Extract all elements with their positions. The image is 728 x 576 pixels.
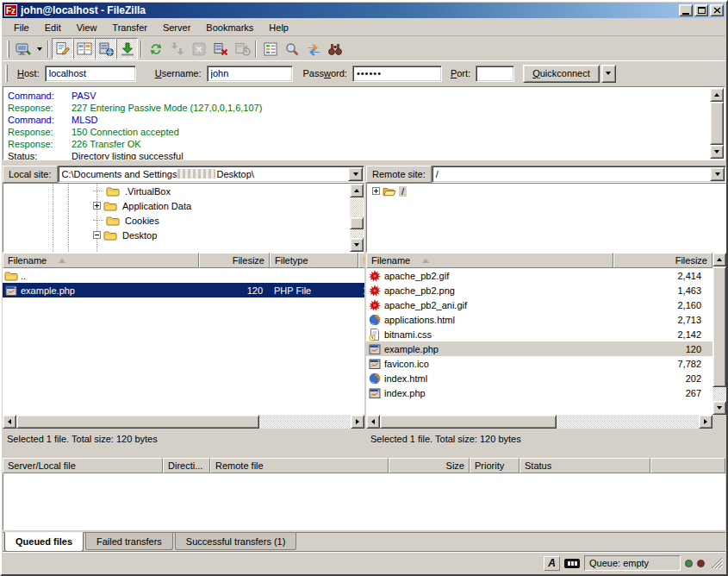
menu-file[interactable]: File [6, 20, 37, 35]
tab-successful-transfers[interactable]: Successful transfers (1) [175, 533, 297, 550]
column-header-last-modified[interactable]: L [358, 253, 364, 268]
scrollbar-thumb[interactable] [350, 217, 364, 229]
transfer-type-indicator-icon[interactable]: A [544, 556, 560, 571]
menu-server[interactable]: Server [155, 20, 198, 35]
minimize-button[interactable] [679, 4, 693, 16]
tree-item-root[interactable]: / [367, 184, 725, 198]
column-header-filetype[interactable]: Filetype [270, 253, 358, 268]
quickconnect-dropdown-button[interactable] [601, 65, 616, 83]
find-files-button[interactable] [324, 38, 345, 59]
scroll-down-button[interactable] [710, 145, 724, 159]
site-manager-dropdown-button[interactable] [34, 38, 45, 59]
scroll-up-button[interactable] [712, 253, 726, 266]
expand-plus-icon[interactable] [93, 202, 101, 210]
file-row[interactable]: bitnami.css 2,142 [366, 327, 712, 341]
menu-bookmarks[interactable]: Bookmarks [198, 20, 261, 35]
port-input[interactable] [476, 66, 514, 82]
file-row-example-php[interactable]: example.php 120 PHP File 1 [3, 283, 364, 297]
menu-help[interactable]: Help [261, 20, 296, 35]
tree-item-desktop[interactable]: Desktop [3, 228, 364, 242]
scroll-right-button[interactable] [351, 415, 364, 429]
file-row[interactable]: apache_pb2_ani.gif 2,160 [366, 297, 712, 312]
refresh-button[interactable] [145, 38, 166, 59]
process-queue-button[interactable] [166, 38, 188, 59]
remote-file-list[interactable]: apache_pb2.gif 2,414 apache_pb2.png 1,46… [366, 268, 712, 415]
disconnect-button[interactable] [209, 38, 231, 59]
remote-site-dropdown-button[interactable] [710, 167, 725, 181]
local-site-combobox[interactable]: C:\Documents and SettingsDesktop\ [58, 166, 364, 183]
resize-grip[interactable] [711, 557, 723, 569]
menu-view[interactable]: View [69, 20, 105, 35]
remote-list-vscrollbar[interactable] [712, 253, 726, 415]
scrollbar-thumb[interactable] [710, 102, 724, 145]
column-header-filesize[interactable]: Filesize [613, 253, 712, 268]
scrollbar-thumb[interactable] [16, 415, 259, 429]
local-tree[interactable]: .VirtualBox Application Data Cookies Des… [3, 183, 364, 253]
queue-list[interactable] [3, 473, 725, 530]
log-scrollbar[interactable] [710, 88, 724, 159]
compare-directories-button[interactable] [281, 38, 302, 59]
collapse-minus-icon[interactable] [93, 231, 101, 239]
tree-item-cookies[interactable]: Cookies [3, 213, 364, 228]
file-row[interactable]: applications.html 2,713 [366, 312, 712, 327]
directory-filter-button[interactable] [259, 38, 281, 59]
quickconnect-bar: Host: Username: Password: Port: Quickcon… [3, 60, 725, 85]
tab-failed-transfers[interactable]: Failed transfers [85, 533, 173, 550]
toggle-transfer-queue-button[interactable] [116, 38, 138, 59]
menu-transfer[interactable]: Transfer [104, 20, 155, 35]
file-row[interactable]: index.php 267 [366, 385, 712, 400]
password-input[interactable] [352, 66, 442, 82]
reconnect-button[interactable] [231, 38, 252, 59]
scrollbar-thumb[interactable] [380, 415, 557, 429]
column-header-priority[interactable]: Priority [470, 458, 520, 473]
tree-item-application-data[interactable]: Application Data [3, 198, 364, 213]
scroll-down-button[interactable] [350, 238, 364, 252]
remote-list-hscrollbar[interactable] [366, 415, 712, 429]
file-row[interactable]: favicon.ico 7,782 [366, 356, 712, 371]
column-header-size[interactable]: Size [389, 458, 470, 473]
cancel-operation-button[interactable] [188, 38, 209, 59]
toggle-tree-view-button[interactable] [73, 38, 95, 59]
local-list-hscrollbar[interactable] [3, 415, 364, 429]
speed-limit-icon[interactable] [564, 559, 580, 568]
scrollbar-thumb[interactable] [712, 266, 726, 387]
host-input[interactable] [45, 66, 136, 82]
site-manager-button[interactable] [12, 38, 34, 59]
maximize-button[interactable] [694, 4, 708, 16]
column-header-server-local-file[interactable]: Server/Local file [3, 458, 163, 473]
expand-plus-icon[interactable] [372, 187, 380, 195]
remote-tree[interactable]: / [366, 183, 726, 253]
column-header-filename[interactable]: Filename [366, 253, 613, 268]
local-site-dropdown-button[interactable] [348, 167, 363, 181]
close-button[interactable] [710, 4, 724, 16]
file-row-selected[interactable]: example.php 120 [366, 341, 712, 356]
column-header-remote-file[interactable]: Remote file [210, 458, 389, 473]
column-header-filename[interactable]: Filename [3, 253, 199, 268]
username-input[interactable] [207, 66, 293, 82]
scroll-right-button[interactable] [699, 415, 712, 429]
local-tree-scrollbar[interactable] [350, 184, 364, 252]
tab-queued-files[interactable]: Queued files [4, 532, 84, 552]
menu-edit[interactable]: Edit [37, 20, 69, 35]
file-row[interactable]: apache_pb2.gif 2,414 [366, 268, 712, 283]
synchronized-browsing-button[interactable] [302, 38, 324, 59]
column-header-filesize[interactable]: Filesize [199, 253, 270, 268]
scroll-down-button[interactable] [712, 401, 726, 415]
remote-site-combobox[interactable]: / [432, 166, 726, 183]
tree-item-virtualbox[interactable]: .VirtualBox [3, 184, 364, 198]
scroll-left-button[interactable] [3, 415, 16, 429]
toggle-remote-tree-button[interactable] [95, 38, 116, 59]
column-header-status[interactable]: Status [520, 458, 650, 473]
toggle-message-log-button[interactable] [52, 38, 73, 59]
file-row-updir[interactable]: .. [3, 268, 364, 283]
title-bar[interactable]: Fz john@localhost - FileZilla [3, 3, 725, 18]
column-header-direction[interactable]: Directi... [163, 458, 210, 473]
file-size: 120 [613, 344, 708, 354]
quickconnect-button[interactable]: Quickconnect [523, 65, 600, 83]
scroll-left-button[interactable] [366, 415, 380, 429]
file-row[interactable]: index.html 202 [366, 371, 712, 385]
local-file-list[interactable]: .. example.php 120 PHP File 1 [3, 268, 364, 415]
scroll-up-button[interactable] [350, 184, 364, 197]
scroll-up-button[interactable] [710, 88, 724, 102]
file-row[interactable]: apache_pb2.png 1,463 [366, 283, 712, 297]
